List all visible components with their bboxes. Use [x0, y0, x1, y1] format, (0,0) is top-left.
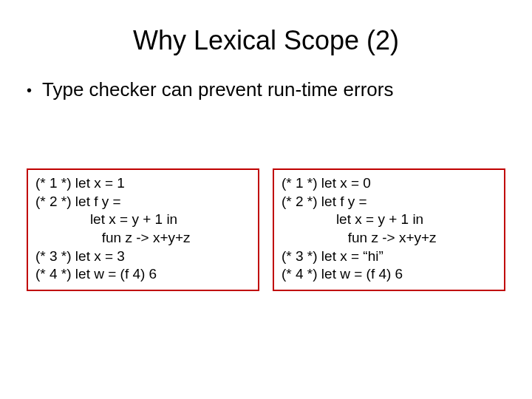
bullet-text: Type checker can prevent run-time errors: [42, 78, 393, 101]
slide-title: Why Lexical Scope (2): [22, 25, 510, 56]
code-boxes-row: (* 1 *) let x = 1 (* 2 *) let f y = let …: [22, 168, 510, 291]
bullet-dot-icon: •: [27, 78, 32, 102]
bullet-item: • Type checker can prevent run-time erro…: [27, 78, 510, 102]
code-line: let x = y + 1 in: [282, 211, 423, 227]
code-box-right: (* 1 *) let x = 0 (* 2 *) let f y = let …: [273, 168, 505, 291]
code-line: (* 4 *) let w = (f 4) 6: [282, 266, 403, 282]
code-line: (* 1 *) let x = 0: [282, 175, 371, 191]
code-line: (* 2 *) let f y =: [35, 194, 121, 209]
slide: Why Lexical Scope (2) • Type checker can…: [0, 0, 532, 399]
code-line: (* 2 *) let f y =: [282, 194, 367, 209]
code-line: fun z -> x+y+z: [35, 230, 191, 245]
code-line: (* 1 *) let x = 1: [35, 175, 125, 191]
code-line: (* 4 *) let w = (f 4) 6: [35, 266, 157, 282]
code-line: (* 3 *) let x = 3: [35, 248, 125, 264]
code-box-left: (* 1 *) let x = 1 (* 2 *) let f y = let …: [27, 168, 259, 291]
code-line: let x = y + 1 in: [35, 211, 177, 227]
code-line: fun z -> x+y+z: [282, 230, 437, 245]
code-line: (* 3 *) let x = “hi”: [282, 248, 383, 264]
